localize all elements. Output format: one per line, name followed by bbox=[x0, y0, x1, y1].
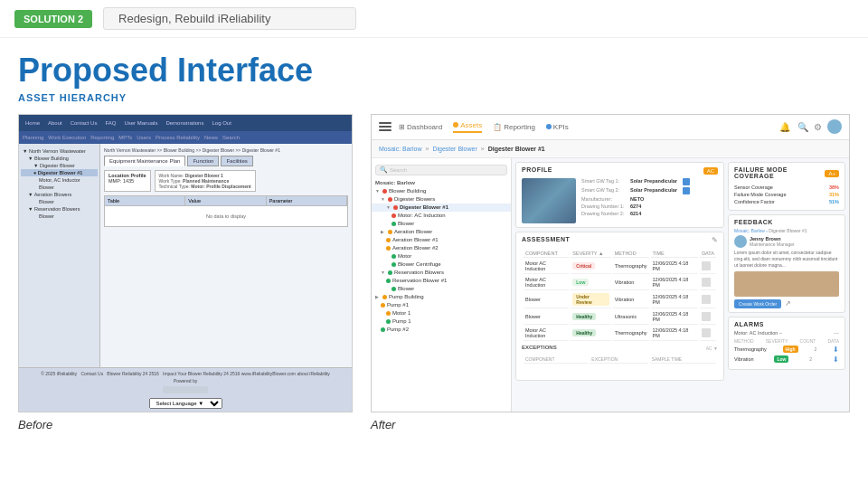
tree-motor-ac[interactable]: Motor: AC Induction bbox=[372, 212, 511, 220]
before-nav-manual[interactable]: User Manuals bbox=[121, 119, 160, 127]
exc-col-exception: EXCEPTION bbox=[590, 355, 647, 364]
profile-field-4: Drawing Number 2: 6214 bbox=[581, 211, 718, 216]
tree-aeration-2[interactable]: Aeration Blower #2 bbox=[372, 244, 511, 252]
status-dot bbox=[388, 197, 392, 202]
col-time: TIME bbox=[651, 250, 699, 258]
edit-assessment-icon[interactable]: ✎ bbox=[712, 236, 718, 244]
download-icon[interactable]: ⬇ bbox=[833, 346, 839, 354]
create-work-order-button[interactable]: Create Work Order bbox=[734, 299, 781, 308]
before-nav-about[interactable]: About bbox=[45, 119, 65, 127]
feedback-image bbox=[734, 271, 839, 297]
before-col-parameter: Parameter bbox=[267, 196, 347, 205]
status-dot bbox=[392, 213, 396, 218]
data-icon[interactable] bbox=[702, 295, 711, 304]
before-sidebar-motor[interactable]: Motor, AC Inductor bbox=[21, 176, 98, 184]
tree-digester-1[interactable]: ▼ Digester Blower #1 bbox=[372, 204, 511, 212]
after-tab-reporting[interactable]: 📋 Reporting bbox=[493, 123, 535, 131]
settings-icon[interactable]: ⚙ bbox=[814, 122, 822, 132]
after-caption: After bbox=[371, 418, 850, 431]
before-sidebar-blower3[interactable]: Blower bbox=[21, 213, 98, 220]
before-tab-maintenance[interactable]: Equipment Maintenance Plan bbox=[104, 156, 185, 166]
avatar[interactable] bbox=[827, 119, 842, 134]
breadcrumb-sep2: » bbox=[481, 146, 485, 152]
kpis-dot-icon bbox=[546, 124, 552, 129]
assessment-row: Blower Healthy Ultrasonic 12/06/2025 4:1… bbox=[524, 310, 716, 325]
before-sidebar-blower2[interactable]: Blower bbox=[21, 198, 98, 205]
alarms-subtitle: Motor: AC Induction ~ bbox=[734, 330, 782, 336]
tree-blower-1[interactable]: Blower bbox=[372, 220, 511, 228]
arrow-icon: ▶ bbox=[375, 294, 381, 299]
data-icon[interactable] bbox=[702, 261, 711, 270]
before-nav-faq[interactable]: FAQ bbox=[102, 119, 118, 127]
data-icon[interactable] bbox=[702, 328, 711, 337]
feedback-avatar bbox=[734, 235, 747, 248]
arrow-icon: ▶ bbox=[381, 229, 386, 234]
before-nav-demo[interactable]: Demonstrations bbox=[163, 119, 206, 127]
col-method: METHOD bbox=[613, 250, 649, 258]
status-dot bbox=[381, 327, 385, 332]
before-language-select[interactable]: Select Language ▼ bbox=[149, 398, 222, 409]
share-icon[interactable]: ↗ bbox=[785, 299, 791, 308]
tree-motor[interactable]: Motor bbox=[372, 252, 511, 260]
tree-pump-1[interactable]: Pump #1 bbox=[372, 301, 511, 309]
col-severity: SEVERITY ▲ bbox=[571, 250, 610, 258]
tree-pump-2[interactable]: Pump #2 bbox=[372, 326, 511, 334]
breadcrumb-level1[interactable]: Digester Blower bbox=[432, 146, 476, 152]
before-col-table: Table bbox=[105, 196, 185, 205]
before-tab-function[interactable]: Function bbox=[187, 156, 219, 166]
before-tabs: Equipment Maintenance Plan Function Faci… bbox=[104, 156, 348, 166]
breadcrumb-root[interactable]: Mosaic: Barlow bbox=[379, 146, 421, 152]
before-nav-logout[interactable]: Log Out bbox=[209, 119, 233, 127]
tree-digester-blowers[interactable]: ▼ Digester Blowers bbox=[372, 195, 511, 204]
tree-reservation-blowers[interactable]: ▼ Reservation Blowers bbox=[372, 269, 511, 277]
after-tab-assets[interactable]: Assets bbox=[453, 121, 482, 133]
status-dot bbox=[382, 295, 387, 299]
data-icon[interactable] bbox=[702, 312, 711, 321]
before-sidebar-blower1[interactable]: Blower bbox=[21, 184, 98, 191]
after-tree: 🔍 Search Mosaic: Barlow ▼ Blower Buildin… bbox=[372, 158, 512, 412]
detail-main: PROFILE AC bbox=[515, 162, 724, 408]
data-icon[interactable] bbox=[702, 278, 711, 287]
before-sidebar-reservation[interactable]: ▼ Reservation Blowers bbox=[21, 205, 98, 213]
profile-field-0: Smart GW Tag 1: Solar Prepandicular bbox=[581, 178, 718, 185]
tree-pump-building[interactable]: ▶ Pump Building bbox=[372, 293, 511, 301]
before-nav-contact[interactable]: Contact Us bbox=[68, 119, 100, 127]
tree-blower-r[interactable]: Blower bbox=[372, 285, 511, 293]
before-breadcrumb: North Vernon Wastewater >> Blower Buildi… bbox=[104, 147, 348, 153]
failure-coverage-badge: A+ bbox=[825, 170, 839, 177]
tree-reservation-1[interactable]: Reservation Blower #1 bbox=[372, 277, 511, 285]
before-info-row: Location Profile MMP: 1435 Work Name: Di… bbox=[104, 170, 348, 192]
edit-icon[interactable] bbox=[683, 178, 690, 185]
before-sidebar-wastewater[interactable]: ▼ North Vernon Wastewater bbox=[21, 147, 98, 155]
before-caption: Before bbox=[18, 418, 353, 431]
tree-search[interactable]: 🔍 Search bbox=[375, 165, 507, 175]
tree-aeration-blower[interactable]: ▶ Aeration Blower bbox=[372, 228, 511, 236]
feedback-card: FEEDBACK Mosaic: Barlow › Digester Blowe… bbox=[728, 214, 845, 313]
search-icon[interactable]: 🔍 bbox=[797, 122, 808, 132]
tree-blower-centrifuge[interactable]: Blower Centrifuge bbox=[372, 260, 511, 269]
after-tab-kpis[interactable]: KPIs bbox=[546, 123, 569, 131]
tree-aeration-1[interactable]: Aeration Blower #1 bbox=[372, 236, 511, 244]
before-sidebar-aeration[interactable]: ▼ Aeration Blowers bbox=[21, 191, 98, 198]
after-tab-dashboard[interactable]: ⊞ Dashboard bbox=[399, 123, 442, 131]
before-info-mmp: MMP: 1435 bbox=[108, 178, 146, 184]
download-icon[interactable]: ⬇ bbox=[833, 355, 839, 364]
before-sidebar-digester[interactable]: ▼ Digester Blower bbox=[21, 162, 98, 169]
before-tab-facilities[interactable]: Facilities bbox=[221, 156, 252, 166]
status-dot bbox=[386, 319, 391, 324]
status-dot bbox=[388, 270, 392, 275]
edit-icon[interactable] bbox=[683, 187, 690, 194]
col-component: COMPONENT bbox=[524, 250, 569, 258]
before-sidebar-blower-building[interactable]: ▼ Blower Building bbox=[21, 155, 98, 162]
tree-blower-building[interactable]: ▼ Blower Building bbox=[372, 187, 511, 195]
alarms-expand-icon[interactable]: ⋯ bbox=[834, 330, 839, 336]
status-dot bbox=[386, 311, 391, 316]
tree-pump-1a[interactable]: Pump 1 bbox=[372, 317, 511, 326]
notification-icon[interactable]: 🔔 bbox=[779, 122, 790, 132]
hamburger-icon[interactable] bbox=[379, 122, 392, 131]
before-sidebar-digester-1[interactable]: ● Digester Blower #1 bbox=[21, 169, 98, 176]
after-nav-right: 🔍 ⚙ bbox=[797, 119, 842, 134]
after-nav-tabs: ⊞ Dashboard Assets 📋 Reporting bbox=[399, 121, 790, 133]
tree-motor-1[interactable]: Motor 1 bbox=[372, 309, 511, 317]
before-nav-home[interactable]: Home bbox=[23, 119, 42, 127]
